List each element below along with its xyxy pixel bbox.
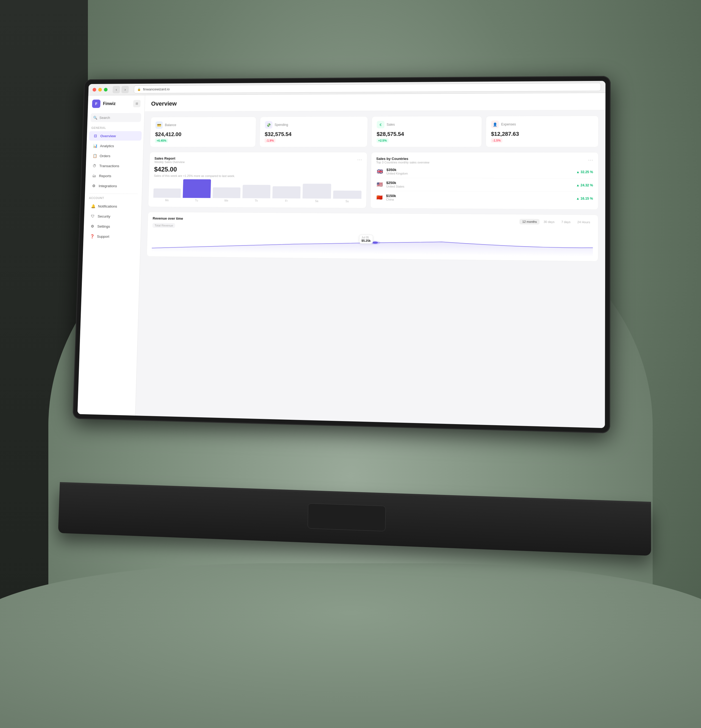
sidebar-item-label-analytics: Analytics xyxy=(100,144,114,148)
orders-icon: 📋 xyxy=(92,153,97,158)
bar-group-tu: Tu xyxy=(182,179,211,202)
sidebar: F Finwiz ⊞ 🔍 Search General xyxy=(77,95,145,416)
panel-toggle-button[interactable]: ⊞ xyxy=(133,100,140,107)
bar-we xyxy=(213,187,240,198)
country-info-us: $250k United States xyxy=(386,181,573,189)
overview-icon: ⊡ xyxy=(93,133,98,138)
bar-group-fr: Fr xyxy=(272,186,300,202)
countries-subtitle: Top 3 Countries monthly sales overview xyxy=(376,160,429,164)
country-item-cn: 🇨🇳 $150k China ▲ 16.15 % xyxy=(375,191,593,205)
analytics-icon: 📊 xyxy=(93,144,97,148)
bar-label-sa: Sa xyxy=(315,199,319,202)
sidebar-item-overview[interactable]: ⊡ Overview xyxy=(89,131,142,141)
revenue-svg xyxy=(152,231,593,257)
revenue-card: Revenue over time 12 months 30 days 7 da… xyxy=(146,212,598,261)
spending-badge: -1.9% xyxy=(265,138,275,143)
sidebar-item-reports[interactable]: 🗂 Reports xyxy=(87,171,140,181)
chair-seat xyxy=(0,563,701,728)
traffic-light-fullscreen[interactable] xyxy=(104,88,108,91)
countries-header-text: Sales by Countries Top 3 Countries month… xyxy=(376,157,429,164)
revenue-title: Revenue over time xyxy=(153,216,183,220)
sales-report-subtitle: Weekly Sales Overview xyxy=(154,160,185,163)
sales-badge: +2.5% xyxy=(377,138,388,143)
app-name: Finwiz xyxy=(103,101,116,106)
country-item-uk: 🇬🇧 $350k United Kingdom ▲ 32.25 % xyxy=(376,165,593,179)
stat-card-header-sales: € Sales xyxy=(377,120,477,128)
sales-report-menu[interactable]: ⋯ xyxy=(357,157,362,163)
countries-title: Sales by Countries xyxy=(376,157,430,161)
countries-menu[interactable]: ⋯ xyxy=(588,157,593,163)
bar-th xyxy=(242,185,271,198)
url-text: finwancewizard.io xyxy=(143,87,170,91)
stat-card-header-balance: 💳 Balance xyxy=(155,121,251,129)
browser-forward-button[interactable]: › xyxy=(122,86,129,93)
sidebar-item-support[interactable]: ❓ Support xyxy=(85,231,139,241)
country-info-cn: $150k China xyxy=(386,194,573,202)
laptop-screen-bezel: ‹ › 🔒 finwancewizard.io xyxy=(77,81,605,428)
sales-report-title: Sales Report xyxy=(154,156,185,160)
sales-icon: € xyxy=(377,121,385,128)
uk-name: United Kingdom xyxy=(387,172,574,176)
sidebar-item-security[interactable]: 🛡 Security xyxy=(86,211,139,221)
main-header: Overview xyxy=(145,93,606,111)
sales-value: $28,575.54 xyxy=(377,131,477,137)
spending-value: $32,575.54 xyxy=(265,131,362,137)
flag-uk: 🇬🇧 xyxy=(376,169,384,174)
sidebar-item-label-support: Support xyxy=(97,234,109,238)
traffic-light-minimize[interactable] xyxy=(98,88,102,91)
laptop: ‹ › 🔒 finwancewizard.io xyxy=(69,76,639,555)
sales-report-header: Sales Report Weekly Sales Overview ⋯ xyxy=(154,156,362,164)
sidebar-item-transactions[interactable]: ⏱ Transactions xyxy=(88,161,141,171)
address-bar[interactable]: 🔒 finwancewizard.io xyxy=(134,82,601,93)
sales-label: Sales xyxy=(387,123,395,127)
uk-amount: $350k xyxy=(387,168,574,172)
security-icon: 🛡 xyxy=(90,214,95,218)
traffic-light-close[interactable] xyxy=(93,88,96,91)
tooltip-value: $5.25k xyxy=(362,239,371,243)
reports-icon: 🗂 xyxy=(92,173,97,178)
filter-24hours[interactable]: 24 Hours xyxy=(575,220,593,225)
bar-su xyxy=(333,191,362,199)
sidebar-divider xyxy=(89,194,138,194)
sidebar-item-integrations[interactable]: ⚙ Integrations xyxy=(87,181,140,191)
browser-back-button[interactable]: ‹ xyxy=(113,86,120,93)
balance-label: Balance xyxy=(165,123,176,127)
expenses-icon: 👤 xyxy=(491,120,499,128)
countries-header: Sales by Countries Top 3 Countries month… xyxy=(376,157,593,165)
transactions-icon: ⏱ xyxy=(92,163,97,168)
country-item-us: 🇺🇸 $250k United States ▲ 24.32 % xyxy=(376,178,593,192)
bar-group-th: Th xyxy=(242,185,271,202)
total-revenue-label: Total Revenue xyxy=(152,223,175,228)
bar-group-mo: Mo xyxy=(153,188,181,202)
filter-30days[interactable]: 30 days xyxy=(541,219,557,225)
integrations-icon: ⚙ xyxy=(91,183,96,188)
bar-label-th: Th xyxy=(255,199,258,202)
laptop-body: ‹ › 🔒 finwancewizard.io xyxy=(69,76,639,555)
bar-sa xyxy=(303,183,331,198)
sidebar-item-label-overview: Overview xyxy=(100,134,116,138)
browser-controls: ‹ › xyxy=(113,86,129,93)
lock-icon: 🔒 xyxy=(138,88,141,91)
sales-report-card: Sales Report Weekly Sales Overview ⋯ $42… xyxy=(148,152,367,208)
stat-card-header-expenses: 👤 Expenses xyxy=(491,120,593,128)
flag-cn: 🇨🇳 xyxy=(375,195,383,200)
sidebar-item-label-security: Security xyxy=(97,214,110,218)
sidebar-section-account: Account xyxy=(85,196,142,200)
spending-icon: 💸 xyxy=(265,121,272,129)
sidebar-item-analytics[interactable]: 📊 Analytics xyxy=(88,141,142,151)
sidebar-item-label-orders: Orders xyxy=(100,154,110,157)
bar-label-we: We xyxy=(224,199,228,202)
sidebar-item-settings[interactable]: ⚙ Settings xyxy=(86,221,139,231)
flag-us: 🇺🇸 xyxy=(376,182,384,187)
search-label: Search xyxy=(100,116,110,119)
search-box[interactable]: 🔍 Search xyxy=(90,113,141,122)
expenses-value: $12,287.63 xyxy=(491,131,593,137)
filter-7days[interactable]: 7 days xyxy=(558,219,573,225)
sidebar-item-label-transactions: Transactions xyxy=(99,164,119,168)
app-container: F Finwiz ⊞ 🔍 Search General xyxy=(77,93,605,428)
filter-12months[interactable]: 12 months xyxy=(520,219,539,225)
sidebar-item-notifications[interactable]: 🔔 Notifications xyxy=(87,201,139,211)
app-logo-icon: F xyxy=(92,100,100,108)
sidebar-item-orders[interactable]: 📋 Orders xyxy=(88,151,141,160)
sales-report-value: $425.00 xyxy=(154,166,362,173)
